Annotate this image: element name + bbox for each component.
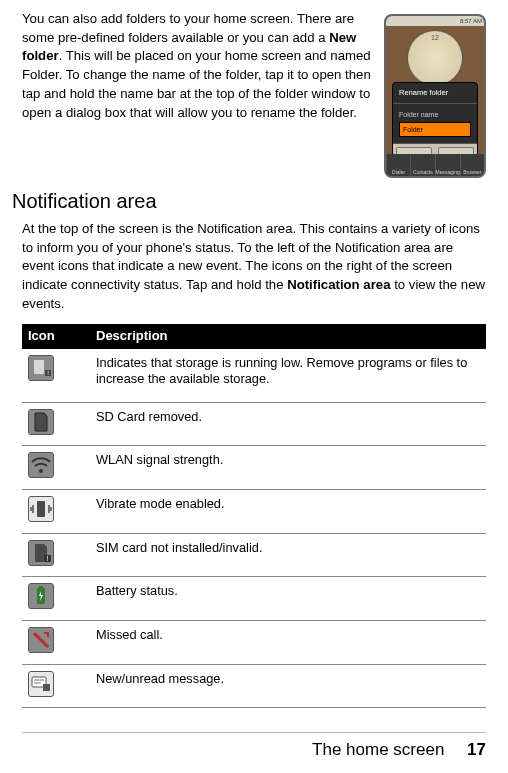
body-bold: Notification area	[287, 277, 390, 292]
section-heading: Notification area	[12, 188, 486, 214]
table-row: Battery status.	[22, 577, 486, 621]
row-desc: SIM card not installed/invalid.	[90, 533, 486, 577]
row-desc: Vibrate mode enabled.	[90, 490, 486, 534]
table-row: ! SIM card not installed/invalid.	[22, 533, 486, 577]
intro-text-2: . This will be placed on your home scree…	[22, 48, 371, 119]
table-row: New/unread message.	[22, 664, 486, 708]
table-row: ! Indicates that storage is running low.…	[22, 349, 486, 403]
dock-contacts[interactable]: Contacts	[410, 154, 434, 176]
phone-statusbar: 8:57 AM	[386, 16, 484, 26]
phone-clock-widget: 12	[407, 30, 463, 86]
svg-rect-18	[43, 684, 50, 691]
table-row: WLAN signal strength.	[22, 446, 486, 490]
row-desc: New/unread message.	[90, 664, 486, 708]
table-row: SD Card removed.	[22, 402, 486, 446]
dock-messaging[interactable]: Messaging	[435, 154, 460, 176]
th-icon: Icon	[22, 324, 90, 349]
dock-dialer[interactable]: Dialer	[386, 154, 410, 176]
intro-text-1: You can also add folders to your home sc…	[22, 11, 354, 45]
footer-page-number: 17	[467, 740, 486, 759]
dock-browser[interactable]: Browser	[460, 154, 484, 176]
dialog-title: Rename folder	[393, 83, 477, 104]
row-desc: Battery status.	[90, 577, 486, 621]
dialog-folder-name-input[interactable]: Folder	[399, 122, 471, 137]
vibrate-icon	[28, 496, 54, 522]
sim-invalid-icon: !	[28, 540, 54, 566]
phone-mockup: 8:57 AM 12 Rename folder Folder name Fol…	[384, 14, 486, 178]
row-desc: SD Card removed.	[90, 402, 486, 446]
page-footer: The home screen 17	[312, 739, 486, 761]
table-row: Missed call.	[22, 620, 486, 664]
svg-text:!: !	[47, 555, 49, 562]
svg-rect-8	[37, 501, 45, 517]
row-desc: Missed call.	[90, 620, 486, 664]
dialog-field-label: Folder name	[399, 110, 471, 119]
svg-rect-1	[34, 360, 44, 374]
battery-icon	[28, 583, 54, 609]
storage-low-icon: !	[28, 355, 54, 381]
footer-rule	[22, 732, 486, 733]
phone-home: 12 Rename folder Folder name Folder OK C…	[386, 26, 484, 176]
icon-description-table: Icon Description ! Indicates that storag…	[22, 324, 486, 709]
body-paragraph: At the top of the screen is the Notifica…	[22, 220, 486, 314]
row-desc: Indicates that storage is running low. R…	[90, 349, 486, 403]
missed-call-icon	[28, 627, 54, 653]
svg-point-6	[39, 469, 43, 473]
row-desc: WLAN signal strength.	[90, 446, 486, 490]
new-message-icon	[28, 671, 54, 697]
wlan-icon	[28, 452, 54, 478]
th-description: Description	[90, 324, 486, 349]
phone-dock: Dialer Contacts Messaging Browser	[386, 154, 484, 176]
sd-removed-icon	[28, 409, 54, 435]
phone-status-time: 8:57 AM	[460, 16, 482, 26]
svg-rect-14	[39, 586, 43, 588]
footer-title: The home screen	[312, 740, 444, 759]
table-row: Vibrate mode enabled.	[22, 490, 486, 534]
clock-12-label: 12	[431, 33, 439, 42]
svg-rect-5	[29, 453, 53, 477]
